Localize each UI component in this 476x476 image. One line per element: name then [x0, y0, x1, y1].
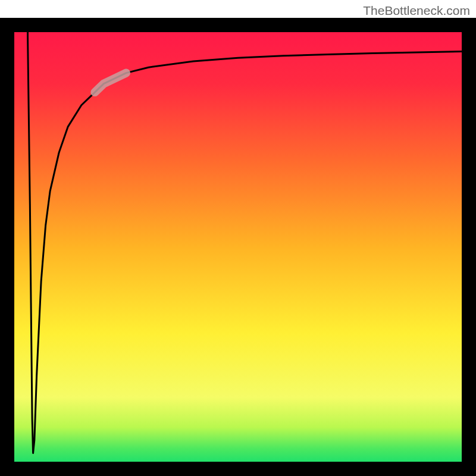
plot-background	[14, 32, 462, 462]
chart-svg	[0, 0, 476, 476]
chart-container: TheBottleneck.com	[0, 0, 476, 476]
attribution-text: TheBottleneck.com	[363, 4, 470, 18]
